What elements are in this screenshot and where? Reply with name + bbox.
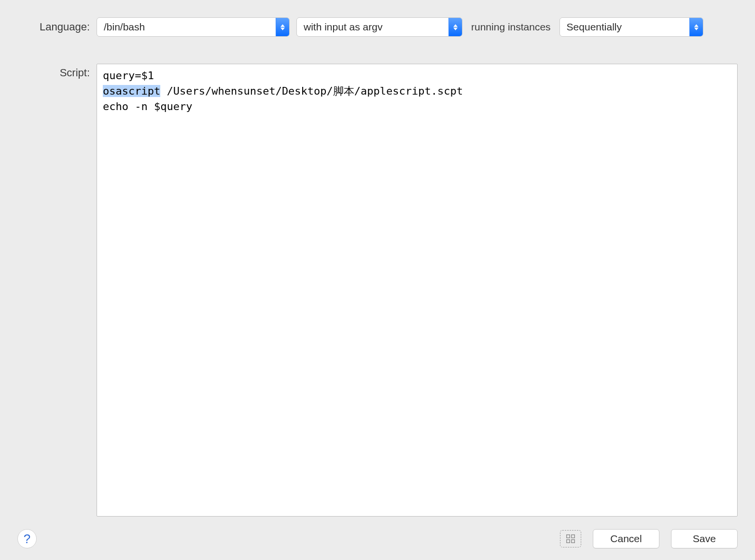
input-mode-select-value: with input as argv <box>304 21 382 33</box>
svg-rect-9 <box>572 540 574 543</box>
script-textarea[interactable]: query=$1 osascript /Users/whensunset/Des… <box>97 64 738 517</box>
help-button[interactable]: ? <box>17 529 37 548</box>
bottom-bar: ? Cancel Save <box>17 529 738 548</box>
language-select-value: /bin/bash <box>104 21 145 33</box>
save-button[interactable]: Save <box>671 529 738 548</box>
script-row: Script: query=$1 osascript /Users/whensu… <box>17 64 738 517</box>
help-icon: ? <box>24 532 30 546</box>
language-select[interactable]: /bin/bash <box>97 17 290 37</box>
running-instances-select-value: Sequentially <box>567 21 622 33</box>
top-options-row: Language: /bin/bash with input as argv r… <box>17 17 738 37</box>
script-line-3: echo -n $query <box>103 100 192 112</box>
svg-marker-1 <box>280 28 285 30</box>
button-group: Cancel Save <box>560 529 738 548</box>
svg-marker-3 <box>453 28 458 30</box>
svg-rect-8 <box>567 540 570 543</box>
svg-rect-6 <box>567 535 570 538</box>
svg-marker-0 <box>280 24 285 27</box>
script-line-1: query=$1 <box>103 70 154 82</box>
updown-icon <box>276 18 289 36</box>
cancel-button[interactable]: Cancel <box>593 529 659 548</box>
input-mode-select[interactable]: with input as argv <box>296 17 462 37</box>
script-label: Script: <box>17 67 90 79</box>
running-instances-select[interactable]: Sequentially <box>559 17 703 37</box>
svg-marker-5 <box>694 28 699 30</box>
updown-icon <box>448 18 462 36</box>
script-line-2-highlighted: osascript <box>103 85 160 97</box>
script-line-2-rest: /Users/whensunset/Desktop/脚本/applescript… <box>160 85 463 97</box>
svg-marker-2 <box>453 24 458 27</box>
extras-button[interactable] <box>560 530 581 547</box>
language-label: Language: <box>17 21 90 33</box>
grid-icon <box>565 533 576 544</box>
running-instances-label: running instances <box>471 21 551 33</box>
updown-icon <box>689 18 703 36</box>
svg-marker-4 <box>694 24 699 27</box>
svg-rect-7 <box>572 535 574 538</box>
